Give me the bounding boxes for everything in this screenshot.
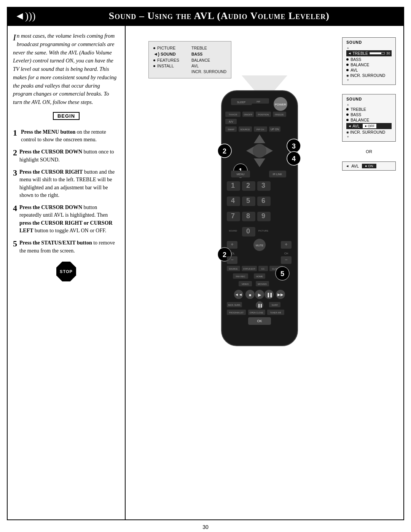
svg-rect-52: [242, 212, 255, 221]
svg-text:OK: OK: [257, 319, 262, 323]
svg-text:3: 3: [292, 142, 296, 150]
svg-rect-46: [242, 197, 255, 206]
speaker-icon: ◄): [153, 51, 159, 57]
svg-text:OPEN CLOSE: OPEN CLOSE: [250, 312, 263, 314]
svg-text:PICTURE: PICTURE: [258, 230, 268, 232]
osd1-bass-row: BASS: [346, 57, 392, 62]
step-1: 1 Press the MENU button on the remote co…: [13, 128, 119, 144]
osd1-treble-value: 30: [386, 51, 390, 55]
step-5-text: Press the STATUS/EXIT button to remove t…: [19, 239, 119, 255]
osd1-treble-row: ◄ TREBLE 30: [346, 50, 392, 56]
step-2: 2 Press the CURSOR DOWN button once to h…: [13, 148, 119, 164]
svg-text:POSITION: POSITION: [258, 113, 269, 116]
svg-rect-45: [227, 197, 240, 206]
osd3-avl-label: AVL: [351, 164, 359, 168]
osd-screens-area: SOUND ▲ ◄ TREBLE 30 BASS BALANCE: [342, 37, 396, 171]
svg-text:FREEZE: FREEZE: [275, 113, 284, 116]
svg-point-29: [253, 144, 266, 158]
osd1-surround-row: ◉ INCR. SURROUND: [346, 73, 392, 78]
illustration-panel: PICTURE TREBLE ◄) SOUND BASS FEATURES BA…: [126, 26, 403, 519]
menu-row-features: FEATURES BALANCE: [153, 58, 226, 62]
menu-row-sound: ◄) SOUND BASS: [153, 51, 226, 57]
menu-row-picture: PICTURE TREBLE: [153, 46, 226, 50]
svg-rect-47: [257, 197, 271, 206]
step-2-number: 2: [13, 148, 17, 157]
step-5: 5 Press the STATUS/EXIT button to remove…: [13, 239, 119, 255]
svg-text:SURF: SURF: [272, 304, 278, 306]
step-3-number: 3: [13, 168, 17, 177]
svg-text:▶: ▶: [258, 292, 261, 297]
step-4-number: 4: [13, 203, 17, 213]
osd2-title: SOUND: [346, 97, 392, 101]
osd3-avl-state: ● ON: [362, 164, 376, 168]
svg-text:SOURCE: SOURCE: [229, 268, 238, 270]
remote-control: SLEEP POWER PIP TV/VCR ON/OFF POSITION F…: [210, 87, 309, 355]
bullet-features: [153, 59, 155, 61]
svg-text:SOUND: SOUND: [229, 230, 237, 232]
step-5-number: 5: [13, 239, 17, 248]
svg-text:IR LINK: IR LINK: [273, 173, 282, 176]
svg-text:▐▐: ▐▐: [266, 292, 272, 298]
stop-sign: STOP: [56, 262, 76, 281]
begin-label: BEGIN: [53, 112, 80, 120]
stop-sign-container: STOP: [13, 262, 119, 281]
osd2-treble-row: TREBLE: [346, 107, 392, 112]
svg-text:ON/OFF: ON/OFF: [244, 113, 253, 116]
treble-bar: [370, 52, 385, 54]
svg-rect-39: [227, 181, 240, 191]
svg-rect-41: [257, 181, 271, 191]
remote-svg: SLEEP POWER PIP TV/VCR ON/OFF POSITION F…: [210, 87, 309, 353]
step-4: 4 Press the CURSOR DOWN button repeatedl…: [13, 204, 119, 235]
svg-text:▶▶: ▶▶: [277, 292, 284, 297]
svg-text:◄◄: ◄◄: [235, 292, 242, 297]
svg-text:2: 2: [223, 251, 226, 259]
svg-text:MENU: MENU: [237, 173, 245, 176]
svg-text:INCR. SURR.: INCR. SURR.: [228, 304, 241, 306]
svg-text:PROGRAM LIST: PROGRAM LIST: [229, 312, 244, 314]
step-1-text: Press the MENU button on the remote cont…: [21, 128, 119, 144]
svg-text:UP ON: UP ON: [271, 128, 279, 131]
svg-text:SOURCE: SOURCE: [240, 128, 250, 131]
step-3: 3 Press the CURSOR RIGHT button and the …: [13, 168, 119, 199]
or-separator: OR: [342, 149, 396, 154]
osd-screen-1: SOUND ▲ ◄ TREBLE 30 BASS BALANCE: [342, 37, 396, 85]
step-4-text: Press the CURSOR DOWN button repeatedly …: [19, 204, 119, 235]
osd-screen-3: ◄ AVL ● ON: [342, 161, 396, 171]
osd2-bass-row: BASS: [346, 112, 392, 117]
svg-rect-69: [227, 256, 237, 264]
step-2-text: Press the CURSOR DOWN button once to hig…: [19, 148, 119, 164]
svg-rect-53: [257, 212, 271, 221]
bullet-picture: [153, 47, 155, 49]
main-content: In most cases, the volume levels coming …: [7, 25, 404, 520]
svg-rect-51: [227, 212, 240, 221]
osd2-surround-icon: ◉: [346, 131, 349, 134]
main-menu-osd: PICTURE TREBLE ◄) SOUND BASS FEATURES BA…: [148, 41, 231, 78]
menu-row-surround: INCR. SURROUND: [153, 69, 226, 74]
osd2-balance-row: BALANCE: [346, 118, 392, 122]
svg-text:SLEEP: SLEEP: [237, 101, 246, 104]
page-header: ◄))) Sound – Using the AVL (Audio Volume…: [7, 7, 404, 25]
svg-text:CH: CH: [284, 252, 288, 255]
osd-screen-2: SOUND ▲ TREBLE BASS BALANCE ◄ AVL ●: [342, 94, 396, 142]
step-3-text: Press the CURSOR RIGHT button and the me…: [19, 168, 119, 199]
page-number: 30: [0, 524, 411, 530]
page-title: Sound – Using the AVL (Audio Volume Leve…: [42, 10, 397, 22]
drop-cap: I: [13, 33, 16, 42]
svg-rect-71: [281, 256, 292, 264]
svg-text:MOVIES: MOVIES: [258, 283, 266, 285]
svg-text:STATUS-EXIT: STATUS-EXIT: [243, 268, 255, 270]
instruction-panel: In most cases, the volume levels coming …: [8, 26, 126, 519]
svg-text:MUTE: MUTE: [256, 244, 263, 247]
bullet-install: [153, 65, 155, 67]
menu-row-install: INSTALL AVL: [153, 64, 226, 68]
osd2-surround-row: ◉ INCR. SURROUND: [346, 130, 392, 134]
svg-text:PIP: PIP: [256, 101, 260, 103]
svg-text:TUNER A/B: TUNER A/B: [270, 312, 281, 314]
osd1-surround-icon: ◉: [346, 74, 349, 77]
svg-rect-57: [242, 227, 255, 236]
svg-text:■: ■: [249, 293, 251, 297]
svg-text:▐▐: ▐▐: [257, 304, 262, 308]
svg-text:SWAP: SWAP: [228, 128, 234, 131]
svg-text:HOME: HOME: [256, 275, 263, 278]
osd1-avl-row: AVL: [346, 68, 392, 72]
